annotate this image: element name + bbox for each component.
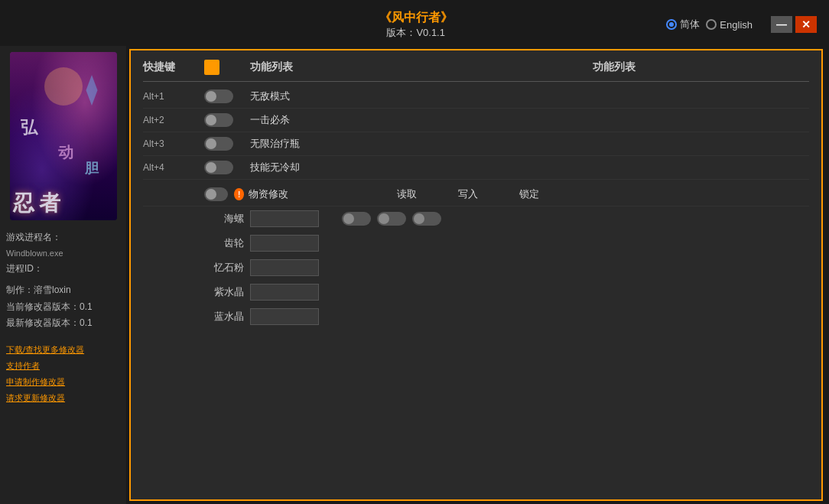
warning-icon: !	[234, 188, 244, 200]
process-name: Windblown.exe	[6, 246, 120, 262]
item-name-3: 紫水晶	[204, 285, 250, 299]
hotkey-label-0: Alt+1	[143, 91, 204, 102]
item-rows: 海螺 齿轮 忆石粉 紫水晶 蓝水晶	[143, 206, 809, 329]
feature-row-1: Alt+2 一击必杀	[143, 109, 809, 132]
latest-ver-label: 最新修改器版本：0.1	[6, 315, 120, 332]
col-feature2-header: 功能列表	[418, 60, 809, 74]
items-section: ! 物资修改 读取 写入 锁定 海螺	[143, 183, 809, 329]
game-art: 忍 者 弘 动 胆	[10, 52, 117, 220]
read-knob-0	[343, 213, 354, 224]
main-layout: 忍 者 弘 动 胆 游戏进程名： Windblown.exe 进程ID： 制作：…	[0, 46, 829, 504]
header-orange-square	[204, 60, 219, 75]
sidebar: 忍 者 弘 动 胆 游戏进程名： Windblown.exe 进程ID： 制作：…	[0, 46, 126, 504]
col-feature-header: 功能列表	[250, 60, 418, 74]
item-row-4: 蓝水晶	[143, 304, 809, 329]
feature-row-0: Alt+1 无敌模式	[143, 85, 809, 109]
feature-name-0: 无敌模式	[250, 89, 418, 103]
row-toggle-3	[204, 161, 250, 174]
item-input-2[interactable]	[250, 259, 319, 276]
items-action-labels: 读取 写入 锁定	[388, 187, 548, 201]
current-ver-label: 当前修改器版本：0.1	[6, 299, 120, 316]
feature-name-1: 一击必杀	[250, 113, 418, 127]
item-row-3: 紫水晶	[143, 280, 809, 304]
item-input-3[interactable]	[250, 284, 319, 301]
process-label: 游戏进程名：	[6, 229, 120, 246]
maker-label: 制作：溶雪loxin	[6, 282, 120, 299]
col-hotkey-header: 快捷键	[143, 60, 204, 74]
request-link[interactable]: 申请制作修改器	[6, 376, 120, 388]
item-input-0[interactable]	[250, 210, 319, 227]
lock-toggle-0[interactable]	[412, 212, 441, 226]
lang-simplified[interactable]: 简体	[666, 18, 700, 31]
feature-rows: Alt+1 无敌模式 Alt+2 一击必杀 Alt+3 无限治疗瓶 Alt+4	[143, 85, 809, 180]
simplified-radio[interactable]	[666, 19, 677, 30]
items-toggle-knob	[206, 189, 216, 200]
title-bar: 《风中行者》 版本：V0.1.1 简体 English — ✕	[0, 0, 829, 46]
hotkey-label-1: Alt+2	[143, 115, 204, 125]
row-toggle-2	[204, 137, 250, 151]
toggle-knob-2	[206, 138, 216, 149]
sidebar-info: 游戏进程名： Windblown.exe 进程ID： 制作：溶雪loxin 当前…	[6, 226, 120, 335]
item-name-0: 海螺	[204, 212, 250, 226]
items-label: 物资修改	[249, 187, 311, 201]
hotkey-label-3: Alt+4	[143, 162, 204, 173]
toggle-0[interactable]	[204, 89, 233, 103]
update-link[interactable]: 请求更新修改器	[6, 392, 120, 404]
language-selector: 简体 English	[666, 18, 753, 31]
sidebar-links: 下载/查找更多修改器 支持作者 申请制作修改器 请求更新修改器	[6, 344, 120, 404]
write-toggle-0[interactable]	[377, 212, 406, 226]
write-label: 写入	[449, 187, 487, 201]
english-label: English	[720, 19, 753, 31]
item-row-0: 海螺	[143, 206, 809, 231]
minimize-button[interactable]: —	[771, 16, 792, 33]
window-controls: — ✕	[771, 16, 817, 33]
write-knob-0	[379, 213, 389, 224]
toggle-knob-3	[206, 162, 216, 173]
toggle-3[interactable]	[204, 161, 233, 174]
app-title: 《风中行者》	[165, 10, 666, 26]
english-radio[interactable]	[706, 19, 717, 30]
toggle-2[interactable]	[204, 137, 233, 151]
table-header: 快捷键 功能列表 功能列表	[143, 60, 809, 82]
support-link[interactable]: 支持作者	[6, 360, 120, 372]
item-name-1: 齿轮	[204, 236, 250, 250]
hotkey-label-2: Alt+3	[143, 138, 204, 149]
item-actions-0	[342, 212, 441, 226]
feature-name-2: 无限治疗瓶	[250, 137, 418, 151]
read-toggle-0[interactable]	[342, 212, 371, 226]
item-name-2: 忆石粉	[204, 261, 250, 275]
item-row-2: 忆石粉	[143, 255, 809, 280]
pid-label: 进程ID：	[6, 261, 120, 278]
lang-english[interactable]: English	[706, 19, 753, 31]
version-label: 版本：V0.1.1	[165, 26, 666, 40]
col-toggle-header	[204, 60, 250, 75]
items-header: ! 物资修改 读取 写入 锁定	[143, 183, 809, 206]
item-input-1[interactable]	[250, 235, 319, 252]
items-toggle[interactable]	[204, 187, 228, 201]
lock-label: 锁定	[510, 187, 548, 201]
title-center: 《风中行者》 版本：V0.1.1	[165, 10, 666, 40]
feature-name-3: 技能无冷却	[250, 161, 418, 174]
item-input-4[interactable]	[250, 308, 319, 325]
lock-knob-0	[414, 213, 424, 224]
toggle-1[interactable]	[204, 113, 233, 127]
content-area: 快捷键 功能列表 功能列表 Alt+1 无敌模式 Alt+2 一击必杀 Alt+…	[129, 49, 823, 501]
toggle-knob-0	[206, 91, 216, 102]
row-toggle-0	[204, 89, 250, 103]
feature-row-2: Alt+3 无限治疗瓶	[143, 132, 809, 156]
feature-row-3: Alt+4 技能无冷却	[143, 156, 809, 180]
toggle-knob-1	[206, 115, 216, 125]
simplified-label: 简体	[680, 18, 700, 31]
download-link[interactable]: 下载/查找更多修改器	[6, 344, 120, 356]
close-button[interactable]: ✕	[795, 16, 817, 33]
read-label: 读取	[388, 187, 426, 201]
item-name-4: 蓝水晶	[204, 310, 250, 324]
row-toggle-1	[204, 113, 250, 127]
game-image: 忍 者 弘 动 胆	[10, 52, 117, 220]
item-row-1: 齿轮	[143, 231, 809, 255]
items-toggle-area: ! 物资修改	[204, 187, 311, 201]
